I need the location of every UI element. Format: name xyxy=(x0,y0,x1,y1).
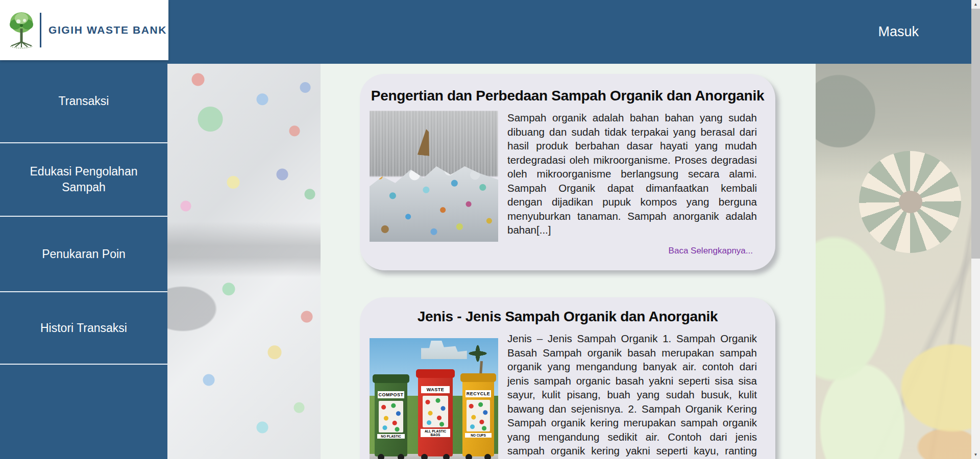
bin-sticker-collage xyxy=(379,401,403,432)
read-more-link[interactable]: Baca Selengkapnya... xyxy=(669,246,753,256)
bin-lid xyxy=(373,374,409,383)
bin-label: WASTE xyxy=(421,386,450,393)
bin-label: COMPOST xyxy=(378,391,404,398)
login-link[interactable]: Masuk xyxy=(878,0,919,64)
plastic-bottles-background-image xyxy=(167,64,321,459)
article-card-pengertian: Pengertian dan Perbedaan Sampah Organik … xyxy=(360,74,775,270)
recycle-bin: RECYCLE NO CUPS xyxy=(462,379,494,456)
scroll-up-icon[interactable]: ▲ xyxy=(971,0,980,9)
sidebar-item-penukaran-poin[interactable]: Penukaran Poin xyxy=(0,217,167,292)
bare-trees-backdrop xyxy=(370,111,498,176)
bin-wheels xyxy=(421,454,450,459)
bin-lid xyxy=(416,369,455,378)
compost-bin: COMPOST NO PLASTIC xyxy=(375,380,407,456)
palm-leaves-shape xyxy=(462,343,493,364)
bin-lid xyxy=(460,373,496,382)
article-body-text: Sampah organik adalah bahan bahan yang s… xyxy=(507,111,757,242)
bin-sticker-collage xyxy=(467,400,490,431)
article-body-text: Jenis – Jenis Sampah Organik 1. Sampah O… xyxy=(507,332,757,459)
waste-bin: WASTE ALL PLASTIC BAGS xyxy=(418,375,453,456)
sidebar-item-edukasi[interactable]: Edukasi Pengolahan Sampah xyxy=(0,143,167,217)
recycling-bins-photo: COMPOST NO PLASTIC WASTE ALL PLASTIC BAG… xyxy=(370,338,498,459)
bin-sticker-collage xyxy=(423,396,448,427)
bin-note: ALL PLASTIC BAGS xyxy=(421,429,450,437)
bin-wheels xyxy=(378,454,404,459)
landfill-waste-photo xyxy=(370,111,498,242)
bin-wheels xyxy=(465,454,491,459)
sidebar-nav: Transaksi Edukasi Pengolahan Sampah Penu… xyxy=(0,60,167,459)
vertical-scrollbar[interactable]: ▲ ▼ xyxy=(971,0,980,459)
organic-waste-background-image xyxy=(816,64,971,459)
bin-note: NO PLASTIC xyxy=(377,434,405,439)
article-title: Pengertian dan Perbedaan Sampah Organik … xyxy=(360,74,775,104)
sidebar-filler xyxy=(0,365,167,459)
article-card-jenis: Jenis - Jenis Sampah Organik dan Anorgan… xyxy=(360,297,775,459)
tree-icon xyxy=(7,10,36,50)
pumpkin-slice-shape xyxy=(859,151,961,253)
scrollbar-thumb[interactable] xyxy=(971,9,980,259)
scroll-down-icon[interactable]: ▼ xyxy=(971,450,980,459)
sidebar-item-transaksi[interactable]: Transaksi xyxy=(0,60,167,143)
brand-logo[interactable]: GIGIH WASTE BANK xyxy=(0,0,168,60)
pumpkin-core-shape xyxy=(899,191,922,213)
bin-note: NO CUPS xyxy=(465,433,492,438)
sidebar-item-histori-transaksi[interactable]: Histori Transaksi xyxy=(0,292,167,365)
logo-divider xyxy=(40,13,41,47)
article-title: Jenis - Jenis Sampah Organik dan Anorgan… xyxy=(360,297,775,325)
brand-name: GIGIH WASTE BANK xyxy=(48,24,167,36)
bin-label: RECYCLE xyxy=(465,390,492,397)
